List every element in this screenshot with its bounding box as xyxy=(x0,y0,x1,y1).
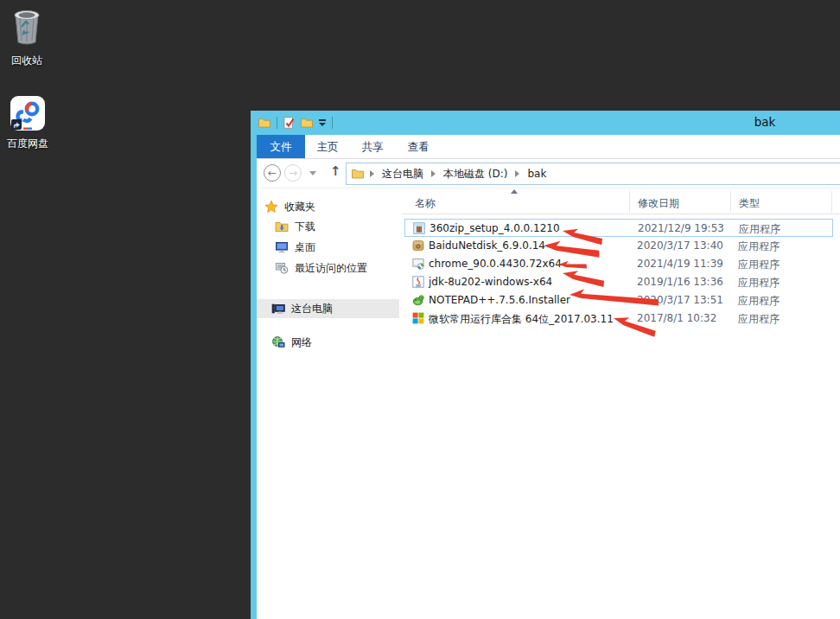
folder-icon xyxy=(352,169,364,179)
file-type: 应用程序 xyxy=(738,276,780,290)
quick-access-toolbar xyxy=(258,115,333,131)
baidu-netdisk-icon xyxy=(10,96,45,131)
back-button[interactable]: ← xyxy=(264,164,281,182)
breadcrumb-item[interactable]: bak xyxy=(524,168,550,180)
file-date-modified: 2021/4/19 11:39 xyxy=(637,258,723,270)
toolbar-separator xyxy=(332,117,333,129)
ribbon-tab-file[interactable]: 文件 xyxy=(257,135,305,158)
sidebar-item-label: 这台电脑 xyxy=(291,302,333,316)
file-name: NOTEPAD++.7.5.6.Installer xyxy=(429,294,570,306)
column-header-date-modified[interactable]: 修改日期 xyxy=(638,196,679,211)
breadcrumb-separator-icon xyxy=(370,170,374,177)
file-name: jdk-8u202-windows-x64 xyxy=(429,276,552,288)
file-date-modified: 2020/3/17 13:40 xyxy=(637,239,723,252)
this-pc-icon xyxy=(271,302,285,316)
desktop-icon-label: 百度网盘 xyxy=(0,137,55,151)
file-type: 应用程序 xyxy=(738,258,780,272)
up-button[interactable]: ↑ xyxy=(330,163,341,179)
header-divider xyxy=(402,214,840,214)
history-chevron-down-icon[interactable] xyxy=(309,171,316,175)
file-date-modified: 2021/12/9 19:53 xyxy=(638,222,724,234)
file-date-modified: 2017/8/1 10:32 xyxy=(637,312,716,324)
installer-360zip-icon xyxy=(413,222,425,234)
download-folder-icon xyxy=(275,220,289,233)
baidunetdisk-file-icon xyxy=(412,239,424,252)
sidebar-item-desktop[interactable]: 桌面 xyxy=(257,238,399,257)
breadcrumb[interactable]: 这台电脑本地磁盘 (D:)bak xyxy=(346,163,840,185)
sidebar-item-favorites[interactable]: 收藏夹 xyxy=(257,197,399,216)
jdk-installer-icon xyxy=(412,276,424,288)
network-icon xyxy=(271,335,285,349)
breadcrumb-item[interactable]: 本地磁盘 (D:) xyxy=(440,167,511,182)
sidebar-item-label: 下载 xyxy=(295,220,315,234)
file-row[interactable]: chrome_90.0.4430.72x642021/4/19 11:39应用程… xyxy=(404,255,833,273)
toolbar-customize-icon[interactable] xyxy=(319,119,326,126)
notepadpp-icon xyxy=(412,294,424,306)
file-row[interactable]: NOTEPAD++.7.5.6.Installer2020/3/17 13:51… xyxy=(404,291,833,310)
shortcut-arrow-icon xyxy=(11,119,22,130)
sort-ascending-icon xyxy=(511,189,518,194)
column-separator[interactable] xyxy=(629,191,630,213)
ribbon-tab-share[interactable]: 共享 xyxy=(350,135,395,158)
explorer-window: bak 文件主页共享查看 ← → ↑ 这台电脑本地磁盘 (D:)bak 360z… xyxy=(251,111,840,619)
file-row[interactable]: 微软常用运行库合集 64位_2017.03.112017/8/1 10:32应用… xyxy=(404,310,833,328)
column-separator[interactable] xyxy=(831,191,832,213)
sidebar-item-label: 桌面 xyxy=(295,240,315,255)
properties-check-icon[interactable] xyxy=(283,117,295,129)
address-bar-row: ← → ↑ 这台电脑本地磁盘 (D:)bak xyxy=(251,159,840,188)
file-date-modified: 2020/3/17 13:51 xyxy=(637,294,723,306)
file-row[interactable]: BaiduNetdisk_6.9.0.142020/3/17 13:40应用程序 xyxy=(404,237,833,255)
file-date-modified: 2019/1/16 13:36 xyxy=(637,276,723,288)
sidebar-item-this-pc[interactable]: 这台电脑 xyxy=(257,299,399,318)
forward-button[interactable]: → xyxy=(284,164,302,182)
column-header-type[interactable]: 类型 xyxy=(739,196,760,211)
window-title: bak xyxy=(730,115,799,129)
column-separator[interactable] xyxy=(730,191,731,213)
recycle-bin-icon xyxy=(10,6,44,48)
file-name: BaiduNetdisk_6.9.0.14 xyxy=(429,239,545,252)
desktop-icon-recycle-bin[interactable]: 回收站 xyxy=(0,6,54,68)
breadcrumb-separator-icon xyxy=(431,170,436,177)
file-row[interactable]: 360zip_setup_4.0.0.12102021/12/9 19:53应用… xyxy=(404,219,833,237)
file-type: 应用程序 xyxy=(738,312,780,327)
chrome-setup-icon xyxy=(412,258,424,270)
sidebar-item-recent-places[interactable]: 最近访问的位置 xyxy=(257,258,399,278)
file-name: 360zip_setup_4.0.0.1210 xyxy=(430,222,560,234)
sidebar-item-label: 网络 xyxy=(291,335,312,350)
recent-places-icon xyxy=(275,261,289,275)
breadcrumb-separator-icon xyxy=(515,170,519,177)
file-type: 应用程序 xyxy=(739,222,780,237)
desktop-icon-label: 回收站 xyxy=(0,54,54,68)
ribbon-tab-view[interactable]: 查看 xyxy=(396,135,441,158)
file-name: 微软常用运行库合集 64位_2017.03.11 xyxy=(429,312,614,327)
file-type: 应用程序 xyxy=(738,294,780,309)
star-icon xyxy=(264,200,278,214)
column-header-name[interactable]: 名称 xyxy=(415,196,436,211)
ms-runtime-icon xyxy=(412,312,424,324)
ribbon-tab-bar: 文件主页共享查看 xyxy=(251,135,840,159)
ribbon-tab-home[interactable]: 主页 xyxy=(305,135,350,158)
folder-icon[interactable] xyxy=(258,118,270,128)
desktop-monitor-icon xyxy=(275,240,289,254)
sidebar-item-label: 收藏夹 xyxy=(284,200,315,214)
sidebar-item-network[interactable]: 网络 xyxy=(257,333,399,352)
folder-icon[interactable] xyxy=(301,118,313,128)
toolbar-separator xyxy=(277,117,277,129)
breadcrumb-item[interactable]: 这台电脑 xyxy=(379,167,427,182)
desktop-icon-baidu-netdisk[interactable]: 百度网盘 xyxy=(0,96,55,151)
window-titlebar[interactable]: bak xyxy=(251,111,840,135)
file-row[interactable]: jdk-8u202-windows-x642019/1/16 13:36应用程序 xyxy=(404,273,833,291)
sidebar-item-downloads[interactable]: 下载 xyxy=(257,217,399,236)
sidebar-item-label: 最近访问的位置 xyxy=(295,261,367,276)
file-name: chrome_90.0.4430.72x64 xyxy=(429,258,562,270)
window-left-border xyxy=(251,111,257,619)
file-type: 应用程序 xyxy=(738,239,780,254)
